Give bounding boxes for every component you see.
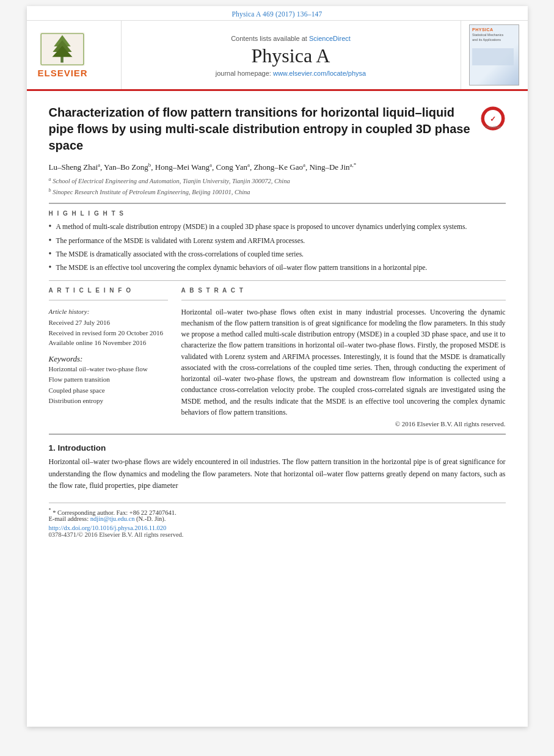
history-label: Article history: [49,307,168,317]
revised-date: Received in revised form 20 October 2016 [49,328,168,338]
svg-text:CrossMark: CrossMark [484,125,501,129]
journal-cover-thumbnail: PHYSICA Statistical Mechanicsand its App… [469,24,519,85]
highlights-list: • A method of multi-scale distribution e… [49,222,506,274]
abstract-col: A B S T R A C T Horizontal oil–water two… [181,287,506,428]
article-abstract-cols: A R T I C L E I N F O Article history: R… [49,287,506,428]
affil-2: b Sinopec Research Institute of Petroleu… [49,189,250,195]
intro-section-title: 1. Introduction [49,443,506,453]
highlight-item-2: • The performance of the MSDE is validat… [49,236,506,247]
intro-body: Horizontal oil–water two-phase flows are… [49,456,506,492]
bullet-icon: • [49,234,52,247]
paper-title: Characterization of flow pattern transit… [49,104,506,154]
journal-citation-bar: Physica A 469 (2017) 136–147 [27,6,528,21]
bullet-icon: • [49,248,52,260]
keyword-2: Flow pattern transition [49,374,168,385]
author-1: Lu–Sheng Zhai [49,162,98,172]
bullet-icon: • [49,261,52,274]
available-date: Available online 16 November 2016 [49,338,168,348]
divider-abstract-top [181,300,506,300]
svg-text:✓: ✓ [490,115,496,123]
footer-notes: * * Corresponding author. Fax: +86 22 27… [49,503,506,539]
article-info-col: A R T I C L E I N F O Article history: R… [49,287,168,428]
divider-info-top [49,300,168,300]
highlights-header: H I G H L I G H T S [49,210,506,217]
article-history: Article history: Received 27 July 2016 R… [49,307,168,348]
author-6: Ning–De Jin [309,162,349,172]
affil-1: a School of Electrical Engineering and A… [49,178,290,184]
bullet-icon: • [49,220,52,233]
divider-after-abstract [49,434,506,435]
highlight-item-1: • A method of multi-scale distribution e… [49,222,506,233]
highlights-section: H I G H L I G H T S • A method of multi-… [49,210,506,274]
keywords-block: Keywords: Horizontal oil–water two-phase… [49,354,168,407]
issn-line: 0378-4371/© 2016 Elsevier B.V. All right… [49,531,184,538]
doi-link[interactable]: http://dx.doi.org/10.1016/j.physa.2016.1… [49,525,167,531]
author-5: Zhong–Ke Gao [253,162,303,172]
abstract-copyright: © 2016 Elsevier B.V. All rights reserved… [181,420,506,427]
journal-citation: Physica A 469 (2017) 136–147 [231,10,322,18]
divider-after-affiliations [49,203,506,204]
received-date: Received 27 July 2016 [49,318,168,328]
introduction-section: 1. Introduction Horizontal oil–water two… [49,443,506,492]
authors-line: Lu–Sheng Zhaia, Yan–Bo Zongb, Hong–Mei W… [49,161,506,173]
homepage-url[interactable]: www.elsevier.com/locate/physa [273,70,366,77]
keyword-1: Horizontal oil–water two-phase flow [49,364,168,375]
abstract-text: Horizontal oil–water two-phase flows oft… [181,307,506,418]
crossmark-area[interactable]: ✓ CrossMark [480,106,506,134]
keyword-3: Coupled phase space [49,385,168,396]
affiliations: a School of Electrical Engineering and A… [49,176,506,197]
corresponding-note: * * Corresponding author. Fax: +86 22 27… [49,507,506,516]
publisher-logo-area: ELSEVIER [27,21,122,89]
abstract-header: A B S T R A C T [181,287,506,294]
contents-available: Contents lists available at ScienceDirec… [231,35,351,42]
article-info-header: A R T I C L E I N F O [49,287,168,294]
divider-after-highlights [49,280,506,281]
main-content: ✓ CrossMark Characterization of flow pat… [27,91,528,549]
title-area: ✓ CrossMark Characterization of flow pat… [49,104,506,161]
elsevier-logo: ELSEVIER [38,32,88,78]
keyword-4: Distribution entropy [49,396,168,407]
journal-name: Physica A [252,45,330,67]
author-2: Yan–Bo Zong [104,162,148,172]
publisher-name: ELSEVIER [38,68,88,78]
author-3: Hong–Mei Wang [155,162,210,172]
highlight-item-3: • The MSDE is dramatically associated wi… [49,249,506,260]
keywords-label: Keywords: [49,354,83,363]
elsevier-tree-icon [38,32,87,66]
email-line: E-mail address: ndjin@tju.edu.cn (N.-D. … [49,515,506,522]
journal-cover-area: PHYSICA Statistical Mechanicsand its App… [461,21,528,89]
page: Physica A 469 (2017) 136–147 ELSE [27,6,528,727]
journal-header: ELSEVIER Contents lists available at Sci… [27,21,528,91]
crossmark-icon: ✓ CrossMark [480,106,506,131]
highlight-item-4: • The MSDE is an effective tool uncoveri… [49,263,506,274]
email-link[interactable]: ndjin@tju.edu.cn [90,515,135,522]
author-4: Cong Yan [216,162,247,172]
sciencedirect-link[interactable]: ScienceDirect [309,35,351,42]
journal-info-center: Contents lists available at ScienceDirec… [122,21,461,89]
journal-homepage-line: journal homepage: www.elsevier.com/locat… [216,70,366,77]
